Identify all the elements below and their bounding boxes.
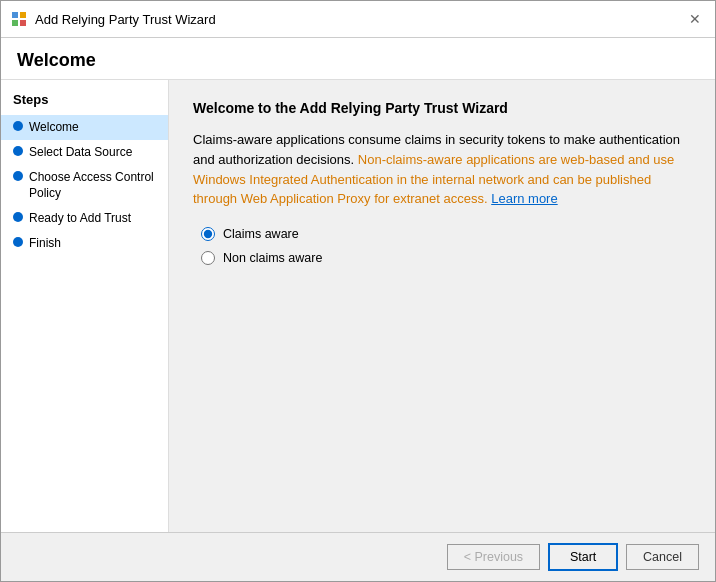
section-title: Welcome to the Add Relying Party Trust W… bbox=[193, 100, 691, 116]
sidebar-item-welcome[interactable]: Welcome bbox=[1, 115, 168, 140]
title-bar-left: Add Relying Party Trust Wizard bbox=[11, 11, 216, 27]
learn-more-link[interactable]: Learn more bbox=[491, 191, 557, 206]
page-title: Welcome bbox=[1, 38, 715, 80]
svg-rect-1 bbox=[20, 12, 26, 18]
sidebar-label-welcome: Welcome bbox=[29, 119, 79, 136]
radio-item-non-claims-aware[interactable]: Non claims aware bbox=[201, 251, 691, 265]
svg-rect-3 bbox=[20, 20, 26, 26]
dot-welcome bbox=[13, 121, 23, 131]
content-area: Steps Welcome Select Data Source Choose … bbox=[1, 80, 715, 532]
radio-label-non-claims-aware[interactable]: Non claims aware bbox=[223, 251, 322, 265]
sidebar-label-select-data-source: Select Data Source bbox=[29, 144, 132, 161]
radio-item-claims-aware[interactable]: Claims aware bbox=[201, 227, 691, 241]
radio-group: Claims aware Non claims aware bbox=[193, 227, 691, 265]
sidebar-item-finish[interactable]: Finish bbox=[1, 231, 168, 256]
radio-non-claims-aware[interactable] bbox=[201, 251, 215, 265]
svg-rect-0 bbox=[12, 12, 18, 18]
cancel-button[interactable]: Cancel bbox=[626, 544, 699, 570]
sidebar-item-ready-to-add[interactable]: Ready to Add Trust bbox=[1, 206, 168, 231]
sidebar: Steps Welcome Select Data Source Choose … bbox=[1, 80, 169, 532]
wizard-icon bbox=[11, 11, 27, 27]
sidebar-label-finish: Finish bbox=[29, 235, 61, 252]
radio-claims-aware[interactable] bbox=[201, 227, 215, 241]
radio-label-claims-aware[interactable]: Claims aware bbox=[223, 227, 299, 241]
dot-finish bbox=[13, 237, 23, 247]
close-button[interactable]: ✕ bbox=[685, 9, 705, 29]
start-button[interactable]: Start bbox=[548, 543, 618, 571]
sidebar-item-select-data-source[interactable]: Select Data Source bbox=[1, 140, 168, 165]
dot-select-data-source bbox=[13, 146, 23, 156]
dot-ready-to-add bbox=[13, 212, 23, 222]
footer: < Previous Start Cancel bbox=[1, 532, 715, 581]
sidebar-header: Steps bbox=[1, 92, 168, 115]
dot-choose-access bbox=[13, 171, 23, 181]
main-content: Welcome to the Add Relying Party Trust W… bbox=[169, 80, 715, 532]
sidebar-item-choose-access[interactable]: Choose Access Control Policy bbox=[1, 165, 168, 207]
description-box: Claims-aware applications consume claims… bbox=[193, 130, 691, 209]
previous-button[interactable]: < Previous bbox=[447, 544, 540, 570]
sidebar-label-ready-to-add: Ready to Add Trust bbox=[29, 210, 131, 227]
wizard-window: Add Relying Party Trust Wizard ✕ Welcome… bbox=[0, 0, 716, 582]
sidebar-label-choose-access: Choose Access Control Policy bbox=[29, 169, 156, 203]
title-bar: Add Relying Party Trust Wizard ✕ bbox=[1, 1, 715, 38]
svg-rect-2 bbox=[12, 20, 18, 26]
window-title: Add Relying Party Trust Wizard bbox=[35, 12, 216, 27]
